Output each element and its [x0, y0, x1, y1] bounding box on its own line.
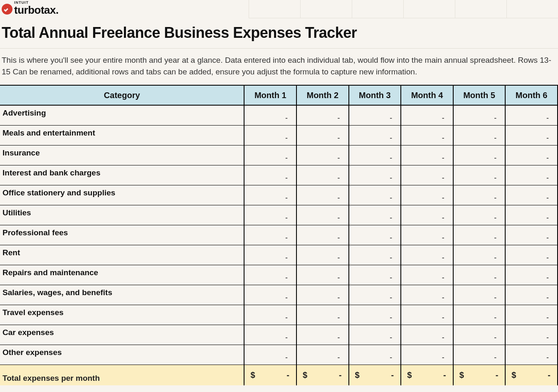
- value-cell[interactable]: -: [296, 165, 349, 185]
- value-cell[interactable]: -: [505, 145, 558, 165]
- value-cell[interactable]: -: [296, 265, 349, 285]
- total-value-cell[interactable]: $-: [505, 365, 558, 385]
- value-cell[interactable]: -: [349, 205, 401, 225]
- value-cell[interactable]: -: [401, 325, 453, 345]
- total-value-cell[interactable]: $-: [244, 365, 296, 385]
- value-cell[interactable]: -: [505, 165, 558, 185]
- category-cell[interactable]: Advertising: [0, 105, 244, 125]
- value-cell[interactable]: -: [349, 305, 401, 325]
- value-cell[interactable]: -: [453, 165, 506, 185]
- value-cell[interactable]: -: [505, 345, 558, 365]
- value-cell[interactable]: -: [505, 205, 558, 225]
- category-cell[interactable]: Other expenses: [0, 345, 244, 365]
- value-cell[interactable]: -: [401, 105, 453, 125]
- value-cell[interactable]: -: [453, 185, 506, 205]
- value-cell[interactable]: -: [505, 325, 558, 345]
- category-cell[interactable]: Professional fees: [0, 225, 244, 245]
- value-cell[interactable]: -: [401, 305, 453, 325]
- value-cell[interactable]: -: [296, 285, 349, 305]
- currency-symbol: $: [511, 370, 516, 380]
- value-cell[interactable]: -: [244, 105, 296, 125]
- value-cell[interactable]: -: [244, 125, 296, 145]
- value-cell[interactable]: -: [244, 145, 296, 165]
- value-cell[interactable]: -: [244, 245, 296, 265]
- value-cell[interactable]: -: [505, 245, 558, 265]
- value-cell[interactable]: -: [401, 345, 453, 365]
- value-cell[interactable]: -: [244, 345, 296, 365]
- category-cell[interactable]: Interest and bank charges: [0, 165, 244, 185]
- value-cell[interactable]: -: [349, 145, 401, 165]
- value-cell[interactable]: -: [505, 125, 558, 145]
- value-cell[interactable]: -: [349, 345, 401, 365]
- value-cell[interactable]: -: [453, 325, 506, 345]
- total-value-cell[interactable]: $-: [401, 365, 453, 385]
- value-cell[interactable]: -: [296, 145, 349, 165]
- category-cell[interactable]: Travel expenses: [0, 305, 244, 325]
- value-cell[interactable]: -: [349, 225, 401, 245]
- value-cell[interactable]: -: [349, 185, 401, 205]
- value-cell[interactable]: -: [453, 105, 506, 125]
- value-cell[interactable]: -: [349, 105, 401, 125]
- value-cell[interactable]: -: [244, 285, 296, 305]
- value-cell[interactable]: -: [401, 185, 453, 205]
- total-value-cell[interactable]: $-: [453, 365, 506, 385]
- value-cell[interactable]: -: [349, 245, 401, 265]
- value-cell[interactable]: -: [453, 265, 506, 285]
- category-cell[interactable]: Meals and entertainment: [0, 125, 244, 145]
- value-cell[interactable]: -: [244, 225, 296, 245]
- value-cell[interactable]: -: [401, 125, 453, 145]
- category-cell[interactable]: Utilities: [0, 205, 244, 225]
- value-cell[interactable]: -: [453, 305, 506, 325]
- value-cell[interactable]: -: [244, 325, 296, 345]
- value-cell[interactable]: -: [296, 185, 349, 205]
- value-cell[interactable]: -: [244, 185, 296, 205]
- value-cell[interactable]: -: [244, 165, 296, 185]
- category-cell[interactable]: Insurance: [0, 145, 244, 165]
- value-cell[interactable]: -: [453, 285, 506, 305]
- value-cell[interactable]: -: [453, 225, 506, 245]
- value-cell[interactable]: -: [244, 265, 296, 285]
- value-cell[interactable]: -: [296, 325, 349, 345]
- value-cell[interactable]: -: [296, 245, 349, 265]
- table-row: Meals and entertainment------: [0, 125, 558, 145]
- value-cell[interactable]: -: [349, 265, 401, 285]
- value-cell[interactable]: -: [401, 285, 453, 305]
- value-cell[interactable]: -: [349, 165, 401, 185]
- value-cell[interactable]: -: [349, 125, 401, 145]
- value-cell[interactable]: -: [453, 145, 506, 165]
- value-cell[interactable]: -: [244, 305, 296, 325]
- value-cell[interactable]: -: [505, 185, 558, 205]
- value-cell[interactable]: -: [453, 205, 506, 225]
- value-cell[interactable]: -: [505, 265, 558, 285]
- value-cell[interactable]: -: [244, 205, 296, 225]
- category-cell[interactable]: Rent: [0, 245, 244, 265]
- value-cell[interactable]: -: [401, 205, 453, 225]
- value-cell[interactable]: -: [401, 145, 453, 165]
- value-cell[interactable]: -: [505, 305, 558, 325]
- total-value-cell[interactable]: $-: [296, 365, 349, 385]
- category-cell[interactable]: Salaries, wages, and benefits: [0, 285, 244, 305]
- value-cell[interactable]: -: [453, 345, 506, 365]
- value-cell[interactable]: -: [349, 325, 401, 345]
- value-cell[interactable]: -: [505, 285, 558, 305]
- value-cell[interactable]: -: [453, 245, 506, 265]
- value-cell[interactable]: -: [296, 305, 349, 325]
- value-cell[interactable]: -: [505, 105, 558, 125]
- value-cell[interactable]: -: [453, 125, 506, 145]
- value-cell[interactable]: -: [401, 265, 453, 285]
- value-cell[interactable]: -: [296, 345, 349, 365]
- category-cell[interactable]: Car expenses: [0, 325, 244, 345]
- value-cell[interactable]: -: [401, 225, 453, 245]
- category-cell[interactable]: Office stationery and supplies: [0, 185, 244, 205]
- total-value-cell[interactable]: $-: [349, 365, 401, 385]
- value-cell[interactable]: -: [401, 245, 453, 265]
- value-cell[interactable]: -: [296, 125, 349, 145]
- value-cell[interactable]: -: [349, 285, 401, 305]
- category-cell[interactable]: Repairs and maintenance: [0, 265, 244, 285]
- value-cell[interactable]: -: [505, 225, 558, 245]
- value-cell[interactable]: -: [401, 165, 453, 185]
- value-cell[interactable]: -: [296, 105, 349, 125]
- value-cell[interactable]: -: [296, 225, 349, 245]
- total-row: Total expenses per month$-$-$-$-$-$-: [0, 365, 558, 385]
- value-cell[interactable]: -: [296, 205, 349, 225]
